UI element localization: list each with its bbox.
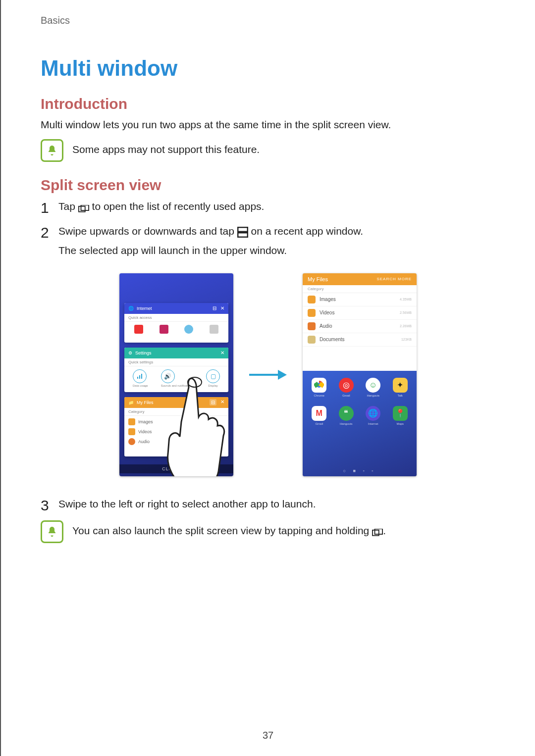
page-number: 37 <box>1 730 535 741</box>
note-1: Some apps may not support this feature. <box>41 139 495 162</box>
globe-icon: 🌐 <box>128 306 134 311</box>
svg-rect-4 <box>137 377 138 379</box>
myfiles-item: Images4.35MB <box>303 293 417 306</box>
app-name-3: Talk <box>393 394 408 397</box>
step-1-text-b: to open the list of recently used apps. <box>92 201 265 212</box>
phone-left: 🌐 Internet ⊟ ✕ Quick access <box>119 273 233 476</box>
recents-icon <box>78 202 89 211</box>
folder-icon: 📁 <box>128 400 134 405</box>
myfiles-item: Documents123KB <box>303 333 417 347</box>
card-internet-sub: Quick access <box>124 314 228 322</box>
split-icon: ⊟ <box>213 305 216 311</box>
intro-text: Multi window lets you run two apps at th… <box>41 117 495 132</box>
split-bottom-pane: Chrome ◎Gmail ☺Hangouts ✦Talk MGmail ❝Ha… <box>303 371 417 476</box>
step-2-text-c: The selected app will launch in the uppe… <box>58 243 495 258</box>
internet-icon: 🌐 <box>366 406 380 421</box>
section-split: Split screen view <box>41 177 495 194</box>
steps-list: Tap to open the list of recently used ap… <box>41 199 495 258</box>
hand-pointer-icon <box>139 362 233 476</box>
svg-rect-12 <box>373 530 379 536</box>
page-title: Multi window <box>41 56 495 81</box>
app-row-1: Chrome ◎Gmail ☺Hangouts ✦Talk <box>303 371 417 399</box>
app-name-chrome: Chrome <box>312 394 326 397</box>
app-name-1: Gmail <box>339 394 354 397</box>
split-icon <box>237 226 248 235</box>
chrome-icon <box>312 378 326 393</box>
myfiles-item: Audio2.26MB <box>303 320 417 333</box>
myfiles-item: Videos2.56MB <box>303 306 417 320</box>
card-internet-title: Internet <box>137 306 152 311</box>
red-circle-icon: ◎ <box>339 378 354 393</box>
arrow-right-icon <box>248 367 288 382</box>
phone-right: My Files SEARCH MORE Category Images4.35… <box>303 273 417 476</box>
recents-icon <box>372 526 383 535</box>
gear-icon: ⚙ <box>128 351 132 355</box>
section-introduction: Introduction <box>41 96 495 112</box>
step-2: Swipe upwards or downwards and tap on a … <box>41 223 495 258</box>
step-1: Tap to open the list of recently used ap… <box>41 199 495 214</box>
app-name-6: Internet <box>366 422 380 425</box>
breadcrumb: Basics <box>41 15 495 26</box>
close-icon: ✕ <box>220 350 224 355</box>
note-2: You can also launch the split screen vie… <box>41 520 495 543</box>
note-bell-icon <box>41 520 63 543</box>
card-settings-title: Settings <box>135 351 152 355</box>
recents-card-internet: 🌐 Internet ⊟ ✕ Quick access <box>124 303 228 343</box>
quickaccess-icon-1 <box>134 325 143 334</box>
myfiles-header-actions: SEARCH MORE <box>376 277 412 281</box>
svg-rect-2 <box>238 228 248 232</box>
myfiles-header: My Files SEARCH MORE <box>303 273 417 285</box>
svg-rect-0 <box>79 206 85 212</box>
step-3: Swipe to the left or right to select ano… <box>41 496 495 512</box>
figure: 🌐 Internet ⊟ ✕ Quick access <box>41 273 495 476</box>
quickaccess-icon-3 <box>184 325 193 334</box>
step-2-text-a: Swipe upwards or downwards and tap <box>58 225 237 237</box>
gmail-icon: M <box>312 406 326 421</box>
step-1-text-a: Tap <box>58 201 78 212</box>
app-name-gmail: Gmail <box>312 422 326 425</box>
svg-rect-3 <box>238 233 248 238</box>
myfiles-category: Category <box>303 285 417 293</box>
hangouts-icon: ☺ <box>366 378 380 393</box>
app-name-2: Hangouts <box>366 394 380 397</box>
quickaccess-icon-4 <box>210 325 218 334</box>
app-name-maps: Maps <box>393 422 408 425</box>
quickaccess-icon-2 <box>160 325 168 334</box>
note-2-text: You can also launch the split screen vie… <box>72 520 495 538</box>
steps-list-continued: Swipe to the left or right to select ano… <box>41 496 495 512</box>
quote-icon: ❝ <box>339 406 354 421</box>
manual-page: Basics Multi window Introduction Multi w… <box>0 0 535 756</box>
note-bell-icon <box>41 139 63 162</box>
step-2-text-b: on a recent app window. <box>251 225 364 237</box>
nav-dots: ○ ■ ▫ ▫ <box>303 465 417 476</box>
maps-icon: 📍 <box>393 406 408 421</box>
svg-marker-9 <box>278 370 287 380</box>
split-top-pane: My Files SEARCH MORE Category Images4.35… <box>303 273 417 371</box>
app-name-5: Hangouts <box>339 422 354 425</box>
yellow-app-icon: ✦ <box>393 378 408 393</box>
app-row-2: MGmail ❝Hangouts 🌐Internet 📍Maps <box>303 399 417 427</box>
close-icon: ✕ <box>220 305 224 311</box>
note-1-text: Some apps may not support this feature. <box>72 139 495 156</box>
